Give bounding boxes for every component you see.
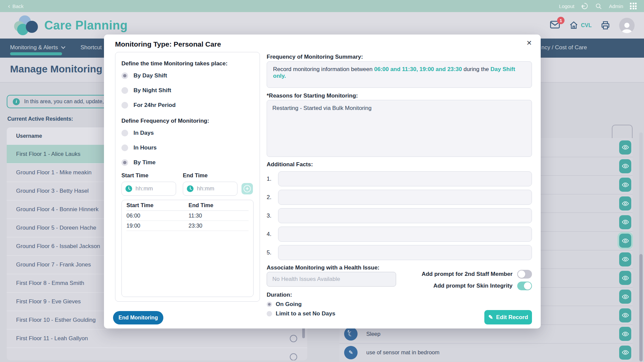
view-eye-button[interactable] [619,290,631,304]
resident-row-partial[interactable] [7,348,307,360]
reasons-box[interactable]: Restarting - Started via Bulk Monitoring [267,100,532,157]
mail-badge: 1 [557,17,565,24]
chevron-down-icon [61,45,65,49]
shift-option[interactable]: By Day Shift [121,72,254,79]
frequency-option-label: In Days [133,130,154,136]
view-eye-button[interactable] [619,327,631,341]
times-table-end-cell: 11:30 [189,213,202,219]
eye-icon [622,349,629,356]
radio-button[interactable] [121,159,128,166]
eye-icon [622,330,629,338]
duration-option[interactable]: On Going [267,301,532,308]
toggle-2nd-staff-switch[interactable] [517,270,532,279]
reasons-label: *Reasons for Starting Monitoring: [267,93,532,99]
avatar[interactable] [619,18,635,33]
top-bar: ‹ Back Logout Admin [0,0,644,12]
radio-button[interactable] [121,130,128,136]
edit-record-label: Edit Record [496,314,528,321]
fact-input[interactable] [278,171,532,186]
fact-row: 3. [267,208,532,223]
printer-icon[interactable] [600,20,610,30]
view-eye-button[interactable] [619,215,631,229]
view-eye-button[interactable] [619,346,631,360]
pencil-icon: ✎ [344,346,358,359]
view-eye-button[interactable] [619,196,631,210]
resident-name: Ground Floor 7 - Frank Jones [16,261,91,268]
frequency-option[interactable]: In Days [121,129,254,137]
apps-grid-icon[interactable] [630,3,637,9]
health-issue-input[interactable] [272,276,383,283]
resident-radio[interactable] [290,353,297,360]
radio-button[interactable] [121,144,128,151]
home-button[interactable]: CVL [569,21,592,30]
end-time-label: End Time [183,172,244,179]
radio-button[interactable] [121,72,128,79]
radio-button[interactable] [121,87,128,94]
start-time-label: Start Time [121,172,183,179]
resident-name: Ground Floor 4 - Bonnie Hinnerk [16,206,99,213]
mail-icon[interactable]: 1 [550,20,560,30]
toggle-skin-integrity-switch[interactable] [517,282,532,290]
nav-item-monitoring-alerts[interactable]: Monitoring & Alerts [10,44,65,51]
eye-icon [622,237,629,245]
eye-icon [622,274,629,282]
nav-item-label: Shortcut [80,44,102,51]
fact-input[interactable] [278,208,532,223]
view-eye-button[interactable] [619,234,631,248]
shift-option[interactable]: By Night Shift [121,86,254,94]
start-time-input-wrap [121,182,176,196]
times-table-start-cell: 06:00 [126,213,189,219]
resident-radio[interactable] [290,335,297,342]
sleep-icon: ☾z [344,327,358,341]
plus-icon: + [244,185,251,192]
search-icon[interactable] [595,3,602,10]
eye-icon [622,200,629,207]
edit-record-button[interactable]: ✎ Edit Record [484,310,532,324]
frequency-option-label: By Time [133,159,156,166]
times-table-end-cell: 23:30 [189,223,202,229]
view-eye-button[interactable] [619,308,631,322]
eye-icon [622,293,629,301]
view-eye-button[interactable] [619,178,631,192]
frequency-option[interactable]: In Hours [121,144,254,152]
fact-number: 5. [267,249,274,256]
fact-input[interactable] [278,227,532,242]
shift-option-label: By Night Shift [133,87,171,94]
monitoring-row-label: Sleep [366,331,380,337]
nav-active-underline [10,52,62,55]
frequency-option[interactable]: By Time [121,159,254,166]
logout-icon[interactable] [581,2,588,10]
fact-input[interactable] [278,245,532,260]
monitoring-row-label: use of sensor mat in bedroom [366,349,439,356]
end-monitoring-button[interactable]: End Monitoring [113,311,163,324]
time-heading: Define the time Monitoring takes place: [121,60,254,67]
radio-button[interactable] [267,302,272,307]
radio-button[interactable] [267,311,272,316]
window-scrollbar-thumb[interactable] [639,254,643,361]
home-code-label: CVL [581,22,592,28]
back-button[interactable]: ‹ Back [8,3,23,9]
shift-option[interactable]: For 24hr Period [121,101,254,109]
resident-row[interactable]: First Floor 11 - Leah Gallyon [7,329,307,348]
radio-button[interactable] [121,102,128,109]
view-eye-button[interactable] [619,252,631,266]
resident-name: First Floor 9 - Eve Gieves [16,298,81,305]
view-eye-button[interactable] [619,271,631,285]
add-time-button[interactable]: + [241,183,253,194]
modal-close-button[interactable]: ✕ [526,39,532,47]
resident-name: First Floor 8 - Emma Smith [16,280,84,287]
nav-item-cost-of-care[interactable]: ncy / Cost of Care [541,44,587,51]
nav-item-shortcut[interactable]: Shortcut [80,44,102,51]
end-time-input[interactable] [197,185,227,192]
view-eye-button[interactable] [619,159,631,173]
times-table-header-start: Start Time [126,202,189,208]
start-time-input[interactable] [136,185,166,192]
fact-number: 4. [267,231,274,238]
admin-label[interactable]: Admin [609,3,623,9]
times-table-start-cell: 19:00 [126,223,189,229]
fact-input[interactable] [278,190,532,205]
health-issue-input-wrap [267,272,396,287]
view-eye-button[interactable] [619,140,631,155]
z-glyph: z [347,329,350,333]
logout-button[interactable]: Logout [559,3,575,9]
